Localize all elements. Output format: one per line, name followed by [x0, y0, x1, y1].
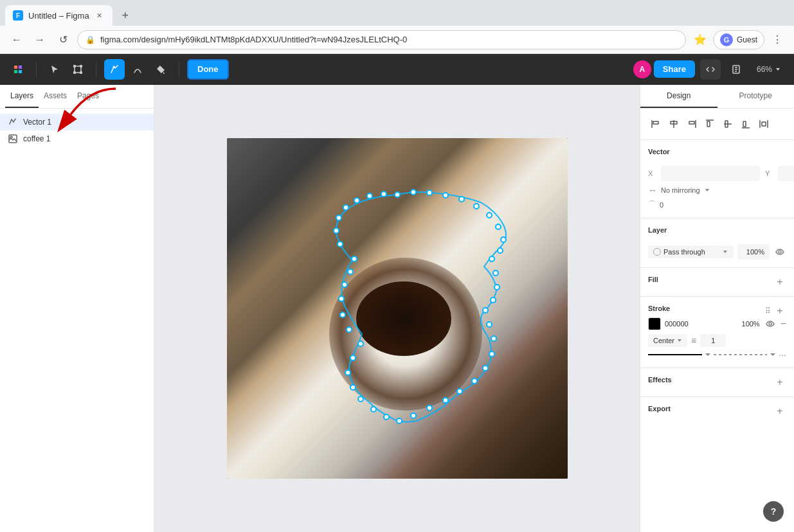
svg-point-57 [336, 215, 341, 220]
stroke-dash-chevron [705, 351, 711, 358]
layer-section-title: Layer [648, 226, 667, 234]
svg-point-18 [411, 190, 416, 195]
layer-name-vector1: Vector 1 [23, 118, 51, 127]
align-bottom-button[interactable] [738, 116, 753, 132]
canvas-area[interactable] [154, 85, 640, 532]
opacity-input[interactable] [737, 244, 770, 260]
svg-point-50 [340, 312, 345, 317]
pages-tab[interactable]: Pages [72, 85, 104, 108]
fill-section: Fill + [640, 268, 794, 297]
pen-tool-button[interactable] [104, 59, 125, 80]
stroke-more-icon: ⠿ [765, 306, 771, 315]
svg-point-38 [443, 398, 448, 403]
zoom-level-button[interactable]: 66% [752, 62, 786, 76]
done-button[interactable]: Done [187, 59, 229, 80]
layers-tab[interactable]: Layers [5, 85, 39, 108]
svg-point-53 [348, 269, 353, 274]
svg-point-19 [427, 190, 432, 195]
move-tool-button[interactable] [44, 59, 65, 80]
tab-title: Untitled – Figma [28, 11, 89, 21]
add-effect-button[interactable]: + [773, 376, 786, 389]
new-tab-button[interactable]: + [115, 5, 136, 26]
library-button[interactable] [726, 59, 746, 80]
stroke-visibility-toggle[interactable] [764, 317, 777, 330]
svg-point-20 [443, 193, 448, 198]
layer-item-vector1[interactable]: Vector 1 [0, 114, 154, 130]
stroke-minus-icon[interactable]: − [780, 318, 786, 330]
layer-section: Layer Pass through [640, 218, 794, 268]
svg-point-55 [338, 242, 343, 247]
help-button[interactable]: ? [763, 501, 784, 522]
blend-mode-dropdown[interactable]: Pass through [648, 245, 734, 258]
stroke-weight-value: 1 [700, 334, 726, 347]
align-center-h-button[interactable] [666, 116, 681, 132]
bend-tool-button[interactable] [127, 59, 148, 80]
export-section-title: Export [648, 405, 671, 412]
prototype-tab[interactable]: Prototype [717, 85, 795, 108]
x-input[interactable] [661, 166, 760, 181]
svg-point-34 [489, 351, 494, 357]
vector-icon [8, 117, 18, 127]
add-fill-button[interactable]: + [773, 276, 786, 288]
svg-point-52 [342, 282, 347, 287]
blend-circle-icon [653, 248, 661, 256]
refresh-button[interactable]: ↺ [54, 31, 72, 49]
blend-mode-row: Pass through [648, 244, 786, 260]
toolbar-separator-1 [36, 62, 37, 77]
add-export-button[interactable]: + [773, 405, 786, 418]
align-tools-group [648, 116, 786, 132]
svg-point-42 [384, 414, 389, 420]
corner-row: ⌒ 0 [648, 199, 786, 210]
code-view-button[interactable] [700, 59, 721, 80]
visibility-toggle[interactable] [773, 245, 786, 258]
align-left-button[interactable] [648, 116, 663, 132]
x-label: X [648, 170, 656, 177]
y-label: Y [765, 170, 773, 177]
effects-section: Effects + [640, 368, 794, 397]
figma-app: Done A Share 66% [0, 54, 794, 532]
scale-tool-button[interactable] [68, 59, 88, 80]
browser-menu-button[interactable]: ⋮ [768, 31, 786, 49]
stroke-color-swatch[interactable] [648, 317, 661, 330]
vector-path-overlay [227, 138, 568, 479]
svg-point-54 [352, 256, 357, 262]
design-tab[interactable]: Design [640, 85, 717, 108]
guest-profile-button[interactable]: G Guest [713, 30, 764, 49]
blend-chevron-icon [722, 249, 728, 255]
address-bar[interactable]: 🔒 figma.com/design/mHy69ikdLNTMt8pKdADXX… [77, 30, 686, 49]
vector-section: Vector X Y ↔ No mirroring ⌒ [640, 140, 794, 218]
svg-point-33 [491, 336, 496, 341]
left-panel-tabs: Layers Assets Pages [0, 85, 154, 109]
stroke-more-options-button[interactable]: ··· [779, 350, 786, 360]
add-stroke-button[interactable]: + [773, 305, 786, 317]
y-input[interactable] [778, 166, 794, 181]
toolbar-separator-3 [179, 62, 179, 77]
svg-rect-67 [689, 121, 694, 124]
svg-point-24 [496, 224, 501, 229]
svg-point-46 [345, 370, 350, 375]
paint-bucket-button[interactable] [150, 59, 171, 80]
active-tab[interactable]: F Untitled – Figma ✕ [5, 5, 113, 26]
align-middle-v-button[interactable] [720, 116, 735, 132]
stroke-position-dropdown[interactable]: Center [648, 334, 687, 347]
svg-rect-0 [14, 66, 17, 69]
distribute-button[interactable] [756, 116, 771, 132]
figma-menu-button[interactable] [8, 59, 28, 80]
effects-section-title: Effects [648, 376, 672, 384]
align-right-button[interactable] [684, 116, 699, 132]
align-top-button[interactable] [702, 116, 717, 132]
tool-group-main [8, 59, 28, 80]
svg-point-32 [487, 322, 492, 327]
user-avatar-button[interactable]: A [633, 60, 651, 78]
forward-button[interactable]: → [31, 31, 49, 49]
share-button[interactable]: Share [654, 60, 695, 78]
mirroring-icon: ↔ [648, 185, 657, 195]
back-button[interactable]: ← [8, 31, 26, 49]
tab-close-button[interactable]: ✕ [95, 10, 105, 21]
svg-point-49 [347, 327, 352, 332]
xy-row: X Y [648, 166, 786, 181]
assets-tab[interactable]: Assets [39, 85, 72, 108]
bookmark-button[interactable]: ⭐ [691, 31, 709, 49]
layer-item-coffee1[interactable]: coffee 1 [0, 130, 154, 147]
tool-group-draw [104, 59, 171, 80]
